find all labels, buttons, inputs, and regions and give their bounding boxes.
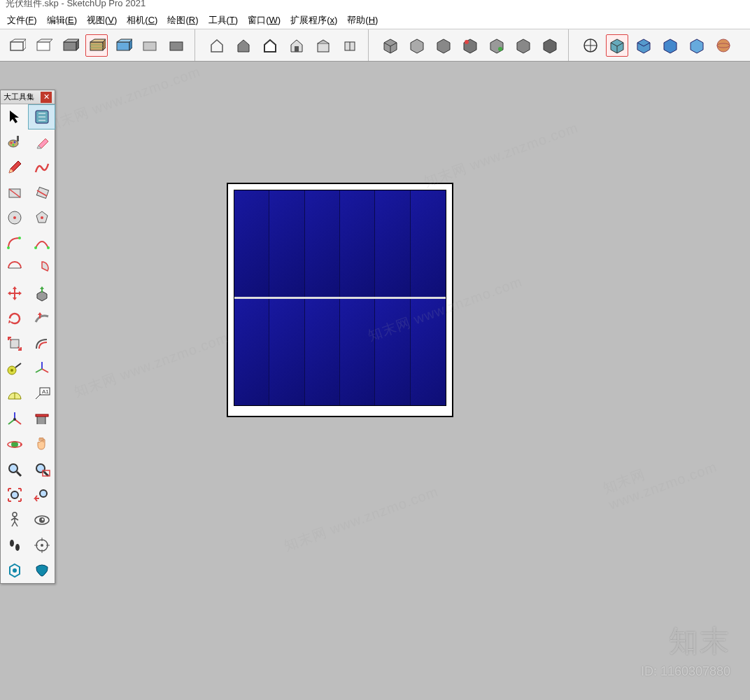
tool-zoom-window[interactable] — [28, 457, 55, 482]
tool-select-all[interactable] — [28, 104, 55, 130]
arc3-icon — [6, 259, 24, 277]
tool-paint[interactable] — [1, 130, 28, 155]
cube-blue-c-button[interactable] — [659, 34, 681, 57]
tool-axes[interactable] — [28, 356, 55, 382]
tool-arc3[interactable] — [1, 255, 28, 281]
cube-a-button[interactable] — [379, 34, 402, 57]
house-solid-button[interactable] — [232, 34, 255, 57]
cube-blue-d-button[interactable] — [686, 34, 708, 57]
box-xray-icon — [141, 36, 159, 55]
svg-rect-12 — [143, 42, 156, 50]
cube-e-button[interactable] — [486, 34, 508, 57]
house-side-button[interactable] — [312, 34, 334, 57]
viewport-3d[interactable]: 知末网 www.znzmo.com 知末网 www.znzmo.com 知末网 … — [0, 62, 750, 700]
box-mono-icon — [114, 36, 132, 55]
tool-select[interactable] — [1, 104, 28, 130]
box-xray-button[interactable] — [139, 34, 161, 57]
tool-ext-b[interactable] — [28, 558, 55, 583]
tool-rot-rect[interactable] — [28, 180, 55, 205]
tool-protractor[interactable] — [1, 382, 28, 407]
svg-point-66 — [40, 490, 47, 497]
tool-eraser[interactable] — [28, 130, 55, 155]
arc2-icon — [33, 234, 51, 252]
tool-arc[interactable] — [1, 230, 28, 255]
svg-rect-6 — [37, 42, 50, 50]
tool-move[interactable] — [1, 281, 28, 306]
box-color-button[interactable] — [165, 34, 188, 57]
cube-blue-b-button[interactable] — [632, 34, 655, 57]
house-outline-button[interactable] — [259, 34, 281, 57]
tool-pencil[interactable] — [1, 155, 28, 180]
watermark-diagonal: 知末网 www.znzmo.com — [600, 429, 750, 512]
cube-g-button[interactable] — [539, 34, 561, 57]
cube-d-button[interactable] — [459, 34, 481, 57]
box-shaded-tex-button[interactable] — [85, 34, 108, 57]
close-icon[interactable]: ✕ — [41, 92, 52, 103]
tool-rect[interactable] — [1, 180, 28, 205]
cube-c-button[interactable] — [432, 34, 455, 57]
tool-zoom[interactable] — [1, 457, 28, 482]
followme-icon — [33, 309, 51, 328]
tool-scale[interactable] — [1, 331, 28, 356]
tool-target[interactable] — [28, 533, 55, 558]
menu-w[interactable]: 窗口(W) — [248, 14, 281, 27]
palette-header[interactable]: 大工具集 ✕ — [1, 90, 55, 104]
tool-section[interactable] — [28, 407, 55, 432]
tool-prev-view[interactable] — [28, 482, 55, 507]
menu-c[interactable]: 相机(C) — [127, 14, 157, 27]
sphere-button[interactable] — [712, 34, 735, 57]
house-top-button[interactable] — [339, 34, 361, 57]
tool-pie[interactable] — [28, 255, 55, 281]
menu-r[interactable]: 绘图(R) — [167, 14, 198, 27]
tool-freehand[interactable] — [28, 155, 55, 180]
tool-tape[interactable] — [1, 356, 28, 382]
menu-h[interactable]: 帮助(H) — [347, 14, 378, 27]
svg-point-67 — [13, 512, 17, 517]
box-hidden-button[interactable] — [32, 34, 55, 57]
tool-rotate[interactable] — [1, 306, 28, 331]
cube-b-button[interactable] — [406, 34, 428, 57]
tool-lookaround[interactable] — [28, 507, 55, 533]
tool-axes3d[interactable] — [1, 407, 28, 432]
tool-followme[interactable] — [28, 306, 55, 331]
menu-f[interactable]: 文件(F) — [7, 14, 37, 27]
tool-circle[interactable] — [1, 205, 28, 230]
menu-x[interactable]: 扩展程序(x) — [290, 14, 337, 27]
tool-arc2[interactable] — [28, 230, 55, 255]
circle-cross-button[interactable] — [579, 34, 602, 57]
house-front-button[interactable] — [285, 34, 308, 57]
tool-footprints[interactable] — [1, 533, 28, 558]
move-icon — [6, 284, 24, 302]
cube-f-button[interactable] — [512, 34, 535, 57]
house-open-button[interactable] — [206, 34, 228, 57]
watermark-id: ID: 1160307880 — [641, 664, 730, 679]
circle-icon — [6, 209, 24, 227]
axes-icon — [33, 360, 51, 378]
walk-icon — [6, 511, 24, 529]
box-wire-button[interactable] — [6, 34, 28, 57]
tool-ext-a[interactable] — [1, 558, 28, 583]
watermark-diagonal: 知末网 www.znzmo.com — [71, 328, 231, 402]
house-outline-icon — [261, 36, 279, 55]
svg-point-18 — [465, 40, 469, 44]
tool-text[interactable]: A1 — [28, 382, 55, 407]
tool-pushpull[interactable] — [28, 281, 55, 306]
menu-t[interactable]: 工具(T) — [208, 14, 239, 27]
box-shaded-button[interactable] — [59, 34, 81, 57]
svg-point-23 — [717, 39, 730, 52]
protractor-icon — [6, 385, 24, 403]
box-mono-button[interactable] — [112, 34, 134, 57]
tool-pan[interactable] — [28, 432, 55, 457]
tool-walk[interactable] — [1, 507, 28, 533]
tool-offset[interactable] — [28, 331, 55, 356]
model-solar-panel[interactable] — [227, 183, 453, 417]
menu-e[interactable]: 编辑(E) — [47, 14, 77, 27]
tool-polygon[interactable] — [28, 205, 55, 230]
box-shaded-icon — [61, 36, 79, 55]
text-icon: A1 — [33, 385, 51, 403]
watermark-brand: 知末 — [669, 622, 730, 661]
tool-orbit[interactable] — [1, 432, 28, 457]
cube-blue-a-button[interactable] — [606, 34, 628, 57]
tool-zoom-extents[interactable] — [1, 482, 28, 507]
menu-v[interactable]: 视图(V) — [87, 14, 117, 27]
